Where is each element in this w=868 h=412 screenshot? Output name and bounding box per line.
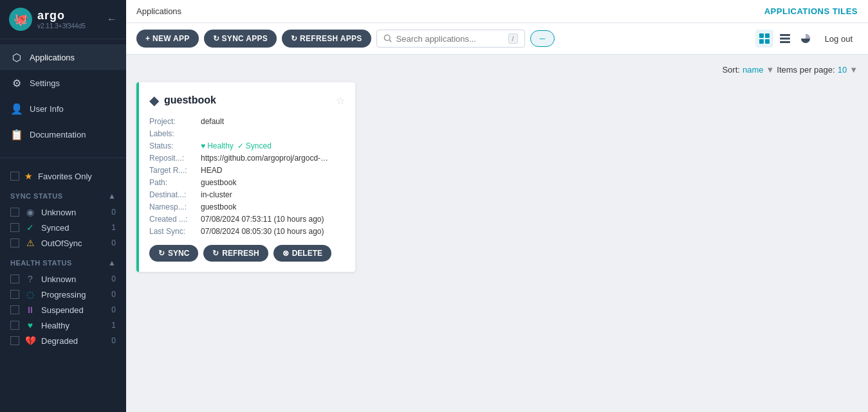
svg-point-0: [384, 35, 390, 40]
search-bar: /: [376, 30, 525, 48]
created-value: 07/08/2024 07:53:11 (10 hours ago): [201, 215, 324, 224]
sidebar-divider: [0, 157, 126, 158]
items-per-page-value[interactable]: 10: [838, 65, 847, 75]
outofsync-icon: ⚠: [24, 238, 36, 248]
applications-icon: ⬡: [10, 51, 23, 64]
filter-suspended[interactable]: ⏸ Suspended 0: [10, 302, 116, 318]
filter-unknown-sync[interactable]: ◉ Unknown 0: [10, 204, 116, 220]
health-collapse-icon[interactable]: ▲: [108, 258, 116, 267]
chart-view-button[interactable]: [797, 30, 815, 48]
svg-rect-6: [780, 34, 790, 36]
unknown-sync-count: 0: [107, 208, 116, 217]
filter-progressing[interactable]: ◌ Progressing 0: [10, 287, 116, 302]
sidebar: 🐙 argo v2.11.3+3f344d5 ← ⬡ Applications …: [0, 0, 126, 412]
list-view-button[interactable]: [776, 30, 794, 48]
health-unknown-checkbox[interactable]: [10, 274, 19, 283]
progressing-label: Progressing: [41, 290, 102, 300]
filter-synced[interactable]: ✓ Synced 1: [10, 220, 116, 235]
unknown-sync-label: Unknown: [41, 208, 102, 217]
refresh-apps-button[interactable]: ↻ REFRESH APPS: [282, 30, 371, 48]
content-area: Sort: name ▼ Items per page: 10 ▼ ◆ gues…: [126, 55, 868, 412]
app-name: guestbook: [164, 94, 216, 106]
logo-version: v2.11.3+3f344d5: [37, 22, 86, 30]
filter-button[interactable]: ─: [530, 30, 555, 47]
suspended-count: 0: [107, 305, 116, 314]
created-label: Created ...:: [149, 215, 201, 224]
path-label: Path:: [149, 178, 201, 187]
svg-rect-2: [759, 33, 764, 38]
progressing-checkbox[interactable]: [10, 290, 19, 299]
back-button[interactable]: ←: [107, 13, 117, 25]
favorite-star-icon[interactable]: ☆: [336, 94, 345, 107]
svg-rect-5: [765, 39, 770, 44]
sync-button[interactable]: ↻ SYNC: [149, 245, 198, 262]
main-topbar: Applications APPLICATIONS TILES: [126, 0, 868, 23]
delete-icon: ⊗: [282, 249, 289, 258]
svg-rect-7: [780, 38, 790, 40]
favorites-checkbox[interactable]: [10, 172, 19, 181]
card-row-created: Created ...: 07/08/2024 07:53:11 (10 hou…: [149, 215, 345, 224]
last-sync-label: Last Sync:: [149, 227, 201, 236]
new-app-label: + NEW APP: [145, 34, 190, 43]
logout-button[interactable]: Log out: [820, 31, 858, 46]
degraded-checkbox[interactable]: [10, 336, 19, 345]
progressing-count: 0: [107, 290, 116, 299]
suspended-checkbox[interactable]: [10, 305, 19, 314]
filter-outofsync[interactable]: ⚠ OutOfSync 0: [10, 235, 116, 251]
settings-icon: ⚙: [10, 76, 23, 89]
docs-icon: 📋: [10, 128, 23, 141]
refresh-apps-label: ↻ REFRESH APPS: [291, 34, 362, 43]
star-icon: ★: [24, 171, 33, 181]
refresh-label: REFRESH: [222, 249, 259, 258]
grid-view-button[interactable]: [755, 30, 773, 48]
outofsync-checkbox[interactable]: [10, 238, 19, 247]
page-title: Applications: [136, 6, 181, 16]
sidebar-item-settings[interactable]: ⚙ Settings: [0, 70, 126, 96]
suspended-label: Suspended: [41, 305, 102, 315]
healthy-icon: ♥: [24, 320, 36, 330]
app-card-guestbook[interactable]: ◆ guestbook ☆ Project: default Labels: S…: [136, 82, 355, 272]
sync-label: SYNC: [168, 249, 189, 258]
sort-value[interactable]: name: [743, 65, 764, 75]
search-shortcut: /: [508, 33, 518, 44]
sidebar-item-applications[interactable]: ⬡ Applications: [0, 44, 126, 70]
sync-value: Synced: [246, 141, 272, 150]
project-label: Project:: [149, 117, 201, 126]
sort-bar: Sort: name ▼ Items per page: 10 ▼: [136, 65, 858, 75]
sidebar-item-documentation[interactable]: 📋 Documentation: [0, 121, 126, 147]
synced-checkbox[interactable]: [10, 223, 19, 232]
degraded-count: 0: [107, 336, 116, 345]
sync-icon: ↻: [158, 249, 165, 258]
health-status-header: HEALTH STATUS ▲: [10, 258, 116, 267]
filter-healthy[interactable]: ♥ Healthy 1: [10, 318, 116, 333]
sync-collapse-icon[interactable]: ▲: [108, 192, 116, 201]
card-row-status: Status: ♥ Healthy ✓ Synced: [149, 141, 345, 150]
sidebar-header: 🐙 argo v2.11.3+3f344d5 ←: [0, 0, 126, 39]
svg-rect-8: [780, 41, 790, 43]
sidebar-item-user-info[interactable]: 👤 User Info: [0, 96, 126, 121]
healthy-checkbox[interactable]: [10, 321, 19, 330]
refresh-button[interactable]: ↻ REFRESH: [203, 245, 268, 262]
sync-apps-button[interactable]: ↻ SYNC APPS: [204, 30, 277, 48]
suspended-icon: ⏸: [24, 305, 36, 315]
synced-count: 1: [107, 223, 116, 232]
filter-degraded[interactable]: 💔 Degraded 0: [10, 333, 116, 348]
degraded-icon: 💔: [24, 336, 36, 346]
ns-label: Namesp...:: [149, 202, 201, 211]
sidebar-item-docs-label: Documentation: [30, 130, 86, 139]
svg-rect-4: [759, 39, 764, 44]
project-value: default: [201, 117, 224, 126]
health-unknown-icon: ?: [24, 274, 36, 284]
delete-button[interactable]: ⊗ DELETE: [273, 245, 331, 262]
sync-apps-label: ↻ SYNC APPS: [213, 34, 268, 43]
unknown-sync-checkbox[interactable]: [10, 208, 19, 217]
card-row-destination: Destinat...: in-cluster: [149, 190, 345, 199]
search-input[interactable]: [396, 34, 504, 44]
outofsync-count: 0: [107, 238, 116, 247]
card-row-labels: Labels:: [149, 129, 345, 138]
sidebar-nav: ⬡ Applications ⚙ Settings 👤 User Info 📋 …: [0, 39, 126, 152]
filter-health-unknown[interactable]: ? Unknown 0: [10, 271, 116, 287]
toolbar: + NEW APP ↻ SYNC APPS ↻ REFRESH APPS / ─: [126, 23, 868, 55]
card-row-path: Path: guestbook: [149, 178, 345, 187]
new-app-button[interactable]: + NEW APP: [136, 30, 199, 48]
